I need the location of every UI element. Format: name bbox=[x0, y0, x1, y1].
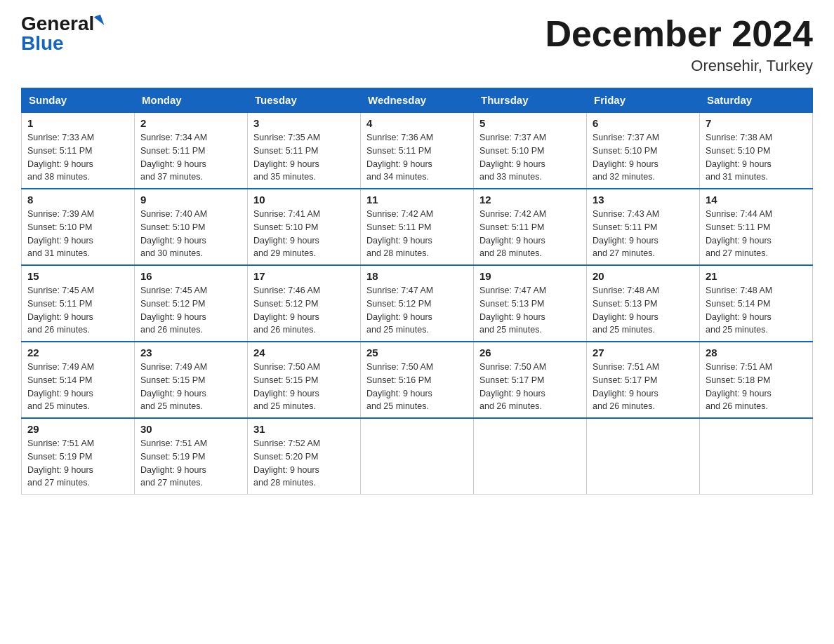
day-info: Sunrise: 7:37 AMSunset: 5:10 PMDaylight:… bbox=[593, 131, 694, 184]
day-info: Sunrise: 7:48 AMSunset: 5:13 PMDaylight:… bbox=[593, 284, 694, 337]
table-row bbox=[587, 418, 700, 495]
table-row: 11 Sunrise: 7:42 AMSunset: 5:11 PMDaylig… bbox=[361, 189, 474, 265]
table-row: 1 Sunrise: 7:33 AMSunset: 5:11 PMDayligh… bbox=[22, 112, 135, 189]
logo-blue-text: Blue bbox=[21, 34, 64, 53]
day-number: 9 bbox=[140, 194, 241, 206]
page-header: General Blue December 2024 Orensehir, Tu… bbox=[21, 14, 813, 75]
day-number: 15 bbox=[27, 270, 128, 282]
table-row bbox=[474, 418, 587, 495]
day-info: Sunrise: 7:46 AMSunset: 5:12 PMDaylight:… bbox=[253, 284, 355, 337]
calendar-subtitle: Orensehir, Turkey bbox=[545, 57, 813, 75]
table-row: 27 Sunrise: 7:51 AMSunset: 5:17 PMDaylig… bbox=[587, 342, 700, 418]
table-row: 9 Sunrise: 7:40 AMSunset: 5:10 PMDayligh… bbox=[135, 189, 248, 265]
table-row: 6 Sunrise: 7:37 AMSunset: 5:10 PMDayligh… bbox=[587, 112, 700, 189]
logo-general-text: General bbox=[21, 14, 94, 34]
title-block: December 2024 Orensehir, Turkey bbox=[545, 14, 813, 75]
day-number: 10 bbox=[253, 194, 355, 206]
table-row: 21 Sunrise: 7:48 AMSunset: 5:14 PMDaylig… bbox=[700, 265, 813, 342]
day-number: 5 bbox=[479, 117, 581, 129]
day-info: Sunrise: 7:42 AMSunset: 5:11 PMDaylight:… bbox=[479, 208, 581, 260]
day-number: 26 bbox=[479, 347, 581, 358]
table-row: 17 Sunrise: 7:46 AMSunset: 5:12 PMDaylig… bbox=[248, 265, 361, 342]
day-info: Sunrise: 7:50 AMSunset: 5:17 PMDaylight:… bbox=[479, 361, 581, 413]
day-number: 6 bbox=[593, 117, 694, 129]
table-row: 4 Sunrise: 7:36 AMSunset: 5:11 PMDayligh… bbox=[361, 112, 474, 189]
day-number: 1 bbox=[27, 117, 128, 129]
table-row: 20 Sunrise: 7:48 AMSunset: 5:13 PMDaylig… bbox=[587, 265, 700, 342]
day-number: 7 bbox=[706, 117, 807, 129]
logo-triangle-icon bbox=[94, 15, 105, 27]
day-info: Sunrise: 7:50 AMSunset: 5:15 PMDaylight:… bbox=[253, 361, 355, 413]
day-info: Sunrise: 7:38 AMSunset: 5:10 PMDaylight:… bbox=[706, 131, 807, 184]
table-row: 30 Sunrise: 7:51 AMSunset: 5:19 PMDaylig… bbox=[135, 418, 248, 495]
day-info: Sunrise: 7:51 AMSunset: 5:19 PMDaylight:… bbox=[27, 437, 128, 490]
table-row: 28 Sunrise: 7:51 AMSunset: 5:18 PMDaylig… bbox=[700, 342, 813, 418]
table-row: 14 Sunrise: 7:44 AMSunset: 5:11 PMDaylig… bbox=[700, 189, 813, 265]
table-row: 18 Sunrise: 7:47 AMSunset: 5:12 PMDaylig… bbox=[361, 265, 474, 342]
day-info: Sunrise: 7:44 AMSunset: 5:11 PMDaylight:… bbox=[706, 208, 807, 260]
day-number: 19 bbox=[479, 270, 581, 282]
day-number: 13 bbox=[593, 194, 694, 206]
col-wednesday: Wednesday bbox=[361, 88, 474, 113]
week-row-2: 8 Sunrise: 7:39 AMSunset: 5:10 PMDayligh… bbox=[22, 189, 813, 265]
day-info: Sunrise: 7:48 AMSunset: 5:14 PMDaylight:… bbox=[706, 284, 807, 337]
day-info: Sunrise: 7:51 AMSunset: 5:18 PMDaylight:… bbox=[706, 361, 807, 413]
table-row: 15 Sunrise: 7:45 AMSunset: 5:11 PMDaylig… bbox=[22, 265, 135, 342]
table-row: 23 Sunrise: 7:49 AMSunset: 5:15 PMDaylig… bbox=[135, 342, 248, 418]
calendar-table: Sunday Monday Tuesday Wednesday Thursday… bbox=[21, 88, 813, 495]
day-info: Sunrise: 7:40 AMSunset: 5:10 PMDaylight:… bbox=[140, 208, 241, 260]
day-info: Sunrise: 7:52 AMSunset: 5:20 PMDaylight:… bbox=[253, 437, 355, 490]
day-number: 8 bbox=[27, 194, 128, 206]
table-row: 10 Sunrise: 7:41 AMSunset: 5:10 PMDaylig… bbox=[248, 189, 361, 265]
day-number: 3 bbox=[253, 117, 355, 129]
day-info: Sunrise: 7:51 AMSunset: 5:19 PMDaylight:… bbox=[140, 437, 241, 490]
day-number: 25 bbox=[366, 347, 468, 358]
table-row bbox=[700, 418, 813, 495]
table-row: 16 Sunrise: 7:45 AMSunset: 5:12 PMDaylig… bbox=[135, 265, 248, 342]
day-number: 29 bbox=[27, 423, 128, 435]
day-info: Sunrise: 7:47 AMSunset: 5:12 PMDaylight:… bbox=[366, 284, 468, 337]
table-row: 8 Sunrise: 7:39 AMSunset: 5:10 PMDayligh… bbox=[22, 189, 135, 265]
day-info: Sunrise: 7:47 AMSunset: 5:13 PMDaylight:… bbox=[479, 284, 581, 337]
day-info: Sunrise: 7:33 AMSunset: 5:11 PMDaylight:… bbox=[27, 131, 128, 184]
table-row: 26 Sunrise: 7:50 AMSunset: 5:17 PMDaylig… bbox=[474, 342, 587, 418]
table-row: 12 Sunrise: 7:42 AMSunset: 5:11 PMDaylig… bbox=[474, 189, 587, 265]
week-row-5: 29 Sunrise: 7:51 AMSunset: 5:19 PMDaylig… bbox=[22, 418, 813, 495]
day-number: 14 bbox=[706, 194, 807, 206]
table-row: 24 Sunrise: 7:50 AMSunset: 5:15 PMDaylig… bbox=[248, 342, 361, 418]
day-info: Sunrise: 7:42 AMSunset: 5:11 PMDaylight:… bbox=[366, 208, 468, 260]
day-number: 23 bbox=[140, 347, 241, 358]
col-thursday: Thursday bbox=[474, 88, 587, 113]
day-number: 17 bbox=[253, 270, 355, 282]
week-row-4: 22 Sunrise: 7:49 AMSunset: 5:14 PMDaylig… bbox=[22, 342, 813, 418]
day-number: 21 bbox=[706, 270, 807, 282]
col-sunday: Sunday bbox=[22, 88, 135, 113]
day-info: Sunrise: 7:35 AMSunset: 5:11 PMDaylight:… bbox=[253, 131, 355, 184]
table-row: 29 Sunrise: 7:51 AMSunset: 5:19 PMDaylig… bbox=[22, 418, 135, 495]
logo: General Blue bbox=[21, 14, 102, 53]
day-info: Sunrise: 7:49 AMSunset: 5:14 PMDaylight:… bbox=[27, 361, 128, 413]
day-number: 18 bbox=[366, 270, 468, 282]
col-friday: Friday bbox=[587, 88, 700, 113]
day-number: 30 bbox=[140, 423, 241, 435]
day-number: 2 bbox=[140, 117, 241, 129]
day-info: Sunrise: 7:37 AMSunset: 5:10 PMDaylight:… bbox=[479, 131, 581, 184]
day-info: Sunrise: 7:45 AMSunset: 5:12 PMDaylight:… bbox=[140, 284, 241, 337]
day-number: 24 bbox=[253, 347, 355, 358]
day-info: Sunrise: 7:45 AMSunset: 5:11 PMDaylight:… bbox=[27, 284, 128, 337]
day-number: 20 bbox=[593, 270, 694, 282]
table-row: 3 Sunrise: 7:35 AMSunset: 5:11 PMDayligh… bbox=[248, 112, 361, 189]
day-number: 11 bbox=[366, 194, 468, 206]
table-row: 31 Sunrise: 7:52 AMSunset: 5:20 PMDaylig… bbox=[248, 418, 361, 495]
day-number: 16 bbox=[140, 270, 241, 282]
table-row: 25 Sunrise: 7:50 AMSunset: 5:16 PMDaylig… bbox=[361, 342, 474, 418]
day-info: Sunrise: 7:41 AMSunset: 5:10 PMDaylight:… bbox=[253, 208, 355, 260]
day-info: Sunrise: 7:51 AMSunset: 5:17 PMDaylight:… bbox=[593, 361, 694, 413]
day-info: Sunrise: 7:34 AMSunset: 5:11 PMDaylight:… bbox=[140, 131, 241, 184]
day-info: Sunrise: 7:49 AMSunset: 5:15 PMDaylight:… bbox=[140, 361, 241, 413]
week-row-1: 1 Sunrise: 7:33 AMSunset: 5:11 PMDayligh… bbox=[22, 112, 813, 189]
day-info: Sunrise: 7:50 AMSunset: 5:16 PMDaylight:… bbox=[366, 361, 468, 413]
table-row bbox=[361, 418, 474, 495]
day-info: Sunrise: 7:39 AMSunset: 5:10 PMDaylight:… bbox=[27, 208, 128, 260]
table-row: 19 Sunrise: 7:47 AMSunset: 5:13 PMDaylig… bbox=[474, 265, 587, 342]
